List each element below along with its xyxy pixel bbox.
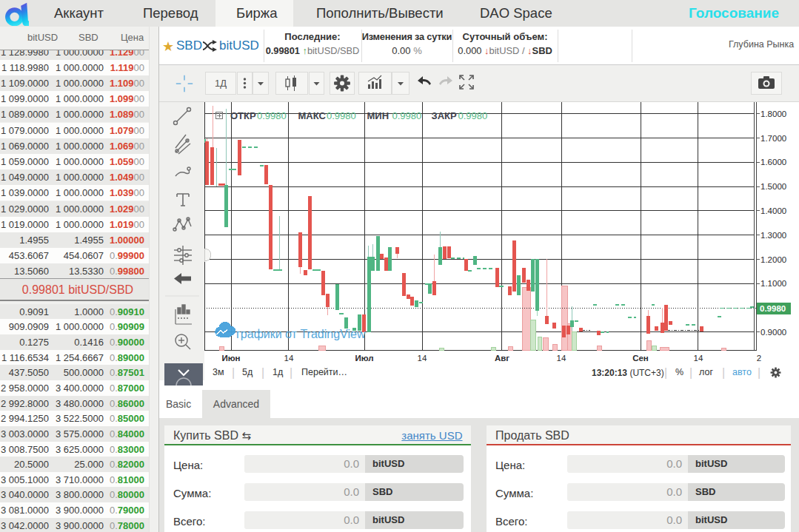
svg-text:1.2000: 1.2000: [760, 255, 786, 264]
svg-text:1.8000: 1.8000: [760, 110, 786, 118]
svg-text:1.3000: 1.3000: [760, 231, 786, 240]
svg-text:0.9980: 0.9980: [458, 110, 488, 121]
svg-text:0.9980: 0.9980: [392, 110, 422, 121]
svg-text:14: 14: [557, 354, 566, 363]
svg-text:Июл: Июл: [355, 354, 373, 363]
svg-text:1.5000: 1.5000: [760, 182, 786, 191]
svg-text:1.1000: 1.1000: [760, 279, 786, 288]
svg-text:МАКС: МАКС: [298, 110, 327, 121]
svg-text:графики от TradingView: графики от TradingView: [236, 328, 366, 340]
svg-text:МИН: МИН: [367, 110, 390, 121]
svg-text:ЗАКР: ЗАКР: [432, 110, 457, 121]
svg-text:Сен: Сен: [632, 354, 649, 363]
svg-text:Июн: Июн: [221, 354, 240, 363]
svg-text:14: 14: [284, 354, 294, 363]
svg-text:2: 2: [757, 354, 761, 363]
svg-text:1.7000: 1.7000: [760, 134, 786, 143]
svg-text:1.4000: 1.4000: [760, 206, 786, 215]
svg-text:ОТКР: ОТКР: [230, 110, 256, 121]
svg-text:0.9980: 0.9980: [760, 304, 786, 313]
svg-text:14: 14: [694, 354, 703, 363]
svg-text:14: 14: [418, 354, 427, 363]
svg-text:0.9000: 0.9000: [760, 328, 786, 337]
svg-text:0.9980: 0.9980: [257, 110, 287, 121]
svg-text:0.9980: 0.9980: [327, 110, 356, 121]
svg-text:1.6000: 1.6000: [760, 158, 786, 166]
svg-text:Авг: Авг: [495, 354, 509, 363]
